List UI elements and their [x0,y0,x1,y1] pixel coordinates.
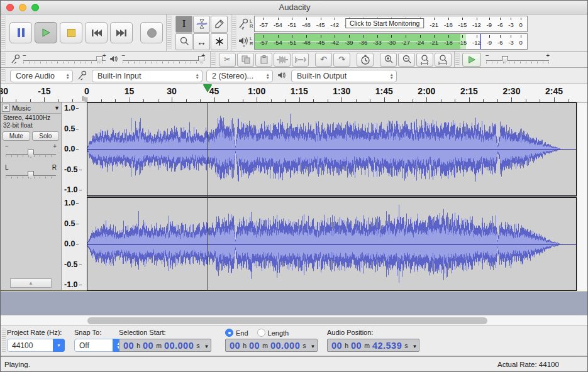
zoom-out-icon [402,55,412,65]
play-at-speed-button[interactable] [462,53,481,67]
zoom-out-button[interactable] [398,53,415,67]
pan-slider[interactable]: LR [6,170,56,180]
timeline-tick [143,99,144,102]
monitoring-tooltip[interactable]: Click to Start Monitoring [345,18,424,28]
meter-scale-label: 0 [519,16,523,31]
recording-channels-select[interactable]: 2 (Stereo)...▲▼ [206,70,273,82]
timeline-tick [413,99,413,102]
recording-meter[interactable]: LR -57-54-51-48-45-42-39-36-33-30-27-24-… [237,16,528,32]
gain-slider[interactable]: −+ [6,148,56,158]
stopwatch-icon [360,55,370,65]
toolbar-grip[interactable] [1,69,6,82]
recording-device-select[interactable]: Built-in Input▲▼ [92,70,202,82]
playback-device-select[interactable]: Built-in Output▲▼ [291,70,397,82]
toolbar-grip[interactable] [455,53,460,66]
track-menu-icon[interactable]: ▼ [54,105,60,111]
horizontal-scrollbar-thumb[interactable] [87,317,487,324]
paste-button[interactable] [255,53,272,67]
toolbar-grip[interactable] [232,16,236,50]
stop-button[interactable] [60,22,82,43]
output-volume-slider[interactable]: −+ [123,55,205,65]
empty-track-space [1,291,588,315]
collapse-track-button[interactable]: ▲ [10,278,52,288]
cut-button[interactable]: ✂ [219,53,236,67]
asterisk-icon [214,36,225,46]
field-dropdown-icon[interactable]: ▼ [204,344,209,349]
meter-scale-label: -54 [274,16,282,31]
timeline-tick [101,99,102,102]
toolbar-grip[interactable] [1,53,6,66]
minimize-window-button[interactable] [19,4,26,11]
rewind-button[interactable] [85,22,108,43]
radio-unselected-icon [257,329,265,337]
trim-icon [277,55,288,64]
sync-lock-button[interactable] [357,53,374,67]
meter-toolbars: LR -57-54-51-48-45-42-39-36-33-30-27-24-… [237,14,528,51]
copy-button[interactable] [237,53,254,67]
timeshift-tool-button[interactable]: ↔ [193,33,210,50]
solo-button[interactable]: Solo [32,131,60,141]
end-radio[interactable]: End [225,329,248,337]
playback-meter-bar[interactable]: -57-54-51-48-45-42-39-36-33-30-27-24-21-… [254,33,528,50]
input-volume-slider[interactable]: −+ [23,55,106,65]
recording-meter-bar[interactable]: -57-54-51-48-45-42-39-36-33-30-27-24-21-… [254,16,528,32]
fit-selection-button[interactable] [416,53,433,67]
toolbar-grip[interactable] [1,16,6,50]
waveform-display[interactable] [87,102,577,291]
zoom-tool-button[interactable] [175,33,192,50]
vertical-scale-ruler[interactable]: 1.00.50.0-0.5-1.01.00.50.0-0.5-1.0 [62,102,87,291]
mute-button[interactable]: Mute [3,131,30,141]
selection-end-field[interactable]: 00h 00m 00.000s ▼ [225,339,318,352]
field-dropdown-icon[interactable]: ▼ [413,344,418,349]
vertical-scrollbar[interactable] [577,102,588,291]
horizontal-scrollbar[interactable] [1,315,588,326]
toolbar-grip[interactable] [211,53,216,66]
play-button[interactable] [35,22,57,43]
toolbar-grip[interactable] [167,16,172,50]
playhead-marker-icon[interactable] [203,84,212,92]
pencil-icon [214,19,225,29]
microphone-icon [238,18,249,30]
timeline-ruler[interactable]: -30-1501530451:001:151:301:452:002:152:3… [1,84,588,102]
zoom-window-button[interactable] [31,4,39,11]
skip-start-icon [91,29,102,37]
undo-button[interactable]: ↶ [315,53,332,67]
ruler-channel: 1.00.50.0-0.5-1.0 [62,102,87,195]
fast-forward-button[interactable] [110,22,133,43]
envelope-tool-button[interactable] [193,16,210,33]
field-dropdown-icon[interactable]: ▼ [311,344,316,349]
selection-start-field[interactable]: 00h 00m 00.000s ▼ [119,339,211,352]
playback-meter[interactable]: LR -57-54-51-48-45-42-39-36-33-30-27-24-… [237,33,528,50]
fit-project-button[interactable] [435,53,452,67]
length-radio[interactable]: Length [257,329,289,337]
track-title[interactable]: Music [12,104,31,112]
silence-audio-button[interactable] [292,53,309,67]
speaker-icon [109,55,119,64]
arrows-horizontal-icon: ↔ [197,36,206,47]
trim-audio-button[interactable] [274,53,291,67]
close-track-button[interactable]: × [2,104,10,112]
toolbar-grip[interactable] [2,329,6,353]
snap-to-select[interactable]: Off ▲▼ [74,339,125,352]
record-button[interactable] [140,22,163,43]
zoom-in-button[interactable] [380,53,397,67]
timeline-tick [44,97,45,102]
redo-button[interactable]: ↷ [333,53,350,67]
timeline-label: 15 [125,86,135,96]
meter-scale-label: -39 [345,34,353,49]
project-rate-select[interactable]: 44100 ▼ [7,339,65,352]
timeline-label: 1:30 [333,86,350,96]
audio-host-select[interactable]: Core Audio▲▼ [10,70,73,82]
transport-toolbar [6,14,167,51]
draw-tool-button[interactable] [211,16,228,33]
device-toolbar: Core Audio▲▼ Built-in Input▲▼ 2 (Stereo)… [1,68,588,84]
record-icon [147,28,157,38]
selection-tool-button[interactable]: I [175,16,192,33]
meter-scale-label: -24 [416,34,424,49]
pause-button[interactable] [9,22,32,43]
audio-position-field[interactable]: 00h 00m 42.539s ▼ [327,339,419,352]
microphone-icon [11,54,21,65]
close-window-button[interactable] [6,4,14,11]
playback-speed-slider[interactable]: −+ [486,55,549,65]
multi-tool-button[interactable] [211,33,228,50]
